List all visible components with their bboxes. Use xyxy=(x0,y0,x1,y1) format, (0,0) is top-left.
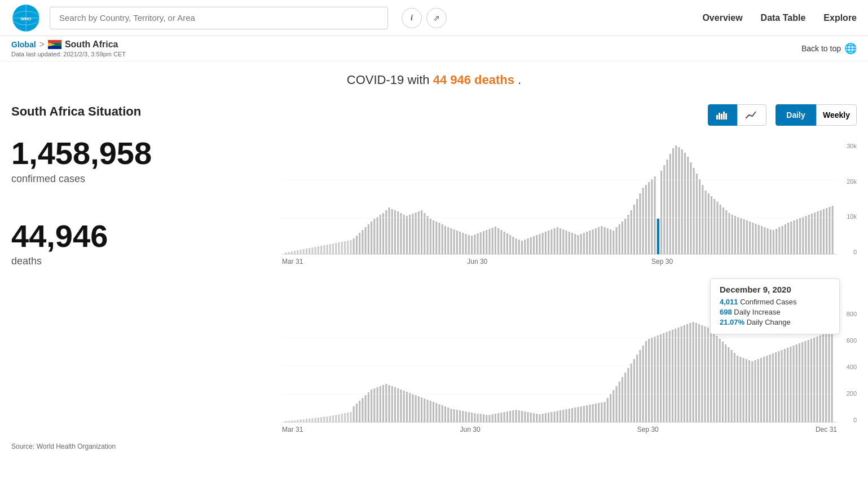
svg-rect-159 xyxy=(702,185,703,254)
back-to-top-button[interactable]: Back to top 🌐 xyxy=(801,42,857,55)
breadcrumb: Global > South Africa xyxy=(11,39,126,50)
svg-rect-192 xyxy=(799,218,801,254)
svg-rect-303 xyxy=(569,409,570,422)
svg-rect-41 xyxy=(353,238,355,254)
breadcrumb-country: South Africa xyxy=(65,39,118,50)
svg-rect-299 xyxy=(557,411,558,422)
hero-text: COVID-19 with 44 946 deaths . xyxy=(0,61,868,93)
svg-rect-254 xyxy=(424,399,425,422)
svg-rect-297 xyxy=(550,412,552,422)
svg-rect-12 xyxy=(716,115,718,120)
svg-rect-174 xyxy=(746,220,748,254)
svg-rect-237 xyxy=(373,388,375,422)
svg-rect-236 xyxy=(371,390,372,422)
svg-rect-248 xyxy=(406,392,408,422)
svg-rect-229 xyxy=(350,412,351,422)
svg-rect-200 xyxy=(823,209,825,254)
svg-rect-82 xyxy=(474,234,475,254)
period-buttons: Daily Weekly xyxy=(771,104,857,126)
svg-rect-333 xyxy=(657,335,659,422)
svg-rect-324 xyxy=(631,364,632,422)
svg-rect-191 xyxy=(796,219,798,254)
svg-rect-218 xyxy=(318,418,319,422)
svg-rect-108 xyxy=(550,229,552,254)
svg-rect-276 xyxy=(488,415,490,422)
svg-rect-134 xyxy=(627,215,629,254)
svg-rect-52 xyxy=(385,210,387,254)
svg-rect-163 xyxy=(713,199,715,254)
svg-rect-316 xyxy=(607,398,609,422)
svg-rect-332 xyxy=(654,337,655,422)
svg-rect-141 xyxy=(648,182,650,254)
svg-rect-130 xyxy=(615,227,617,254)
svg-rect-259 xyxy=(438,404,440,422)
svg-rect-341 xyxy=(681,326,682,422)
cases-x-labels: Mar 31 Jun 30 Sep 30 xyxy=(282,258,857,266)
nav-data-table[interactable]: Data Table xyxy=(761,13,806,23)
svg-rect-42 xyxy=(356,236,358,254)
svg-rect-88 xyxy=(492,228,494,254)
share-button[interactable]: ⇗ xyxy=(426,8,447,28)
svg-rect-94 xyxy=(509,235,511,254)
svg-rect-100 xyxy=(527,238,528,254)
svg-rect-117 xyxy=(577,235,579,254)
svg-rect-389 xyxy=(822,334,824,422)
svg-rect-138 xyxy=(639,193,641,254)
svg-rect-287 xyxy=(521,411,523,422)
svg-rect-231 xyxy=(356,404,358,422)
svg-rect-274 xyxy=(483,414,484,422)
breadcrumb-bar: Global > South Africa Data last updated:… xyxy=(0,36,868,61)
svg-rect-13 xyxy=(719,113,720,120)
svg-rect-47 xyxy=(371,222,372,254)
svg-rect-106 xyxy=(545,232,547,254)
svg-rect-226 xyxy=(341,414,343,422)
nav-explore[interactable]: Explore xyxy=(823,13,857,23)
bar-chart-button[interactable] xyxy=(708,104,737,126)
svg-rect-120 xyxy=(586,232,588,254)
daily-button[interactable]: Daily xyxy=(776,104,816,126)
svg-rect-245 xyxy=(397,388,399,422)
svg-rect-34 xyxy=(332,244,334,254)
svg-rect-96 xyxy=(515,238,517,254)
nav-overview[interactable]: Overview xyxy=(702,13,742,23)
svg-rect-220 xyxy=(323,417,325,422)
svg-rect-76 xyxy=(456,231,458,254)
info-button[interactable]: i xyxy=(402,8,422,28)
svg-rect-286 xyxy=(518,410,520,422)
svg-rect-243 xyxy=(391,386,393,422)
svg-rect-327 xyxy=(639,350,641,422)
svg-rect-61 xyxy=(412,214,413,254)
svg-rect-49 xyxy=(376,217,378,254)
svg-rect-50 xyxy=(380,215,381,254)
svg-rect-345 xyxy=(693,322,694,422)
search-input[interactable] xyxy=(50,7,388,29)
svg-rect-375 xyxy=(781,350,783,422)
svg-rect-28 xyxy=(315,247,316,254)
svg-rect-139 xyxy=(642,188,644,254)
svg-rect-337 xyxy=(669,331,671,422)
svg-rect-381 xyxy=(799,343,800,422)
svg-rect-367 xyxy=(757,359,759,422)
breadcrumb-global[interactable]: Global xyxy=(11,40,36,49)
weekly-button[interactable]: Weekly xyxy=(816,104,857,126)
svg-rect-289 xyxy=(527,412,528,422)
svg-rect-360 xyxy=(737,356,738,422)
svg-rect-115 xyxy=(571,233,573,254)
header: WHO i ⇗ Overview Data Table Explore xyxy=(0,0,868,36)
chart-type-buttons xyxy=(708,104,766,126)
svg-rect-322 xyxy=(624,373,626,422)
svg-rect-162 xyxy=(711,196,712,254)
svg-rect-365 xyxy=(751,361,753,422)
svg-rect-233 xyxy=(362,398,363,422)
svg-rect-113 xyxy=(565,231,567,254)
svg-rect-307 xyxy=(580,406,582,422)
svg-rect-29 xyxy=(318,246,319,254)
svg-rect-89 xyxy=(495,227,496,254)
line-chart-button[interactable] xyxy=(737,104,766,126)
svg-rect-232 xyxy=(359,401,360,422)
svg-rect-65 xyxy=(424,213,425,254)
svg-rect-377 xyxy=(787,348,788,422)
svg-rect-391 xyxy=(828,332,830,422)
svg-rect-74 xyxy=(450,228,452,254)
tooltip-date: December 9, 2020 xyxy=(720,285,830,294)
